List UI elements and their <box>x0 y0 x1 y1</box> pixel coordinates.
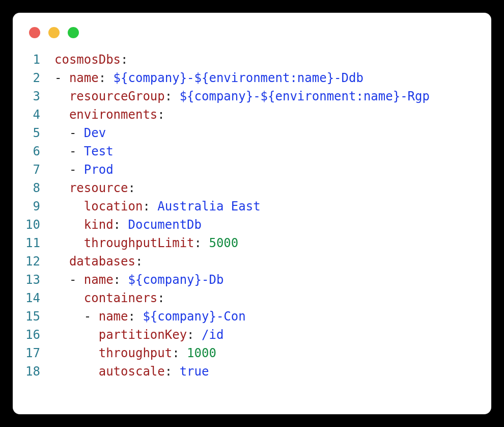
token-num: 1000 <box>187 346 216 360</box>
code-line: 18 autoscale: true <box>13 362 491 381</box>
token-punct: : <box>128 181 135 195</box>
code-line: 17 throughput: 1000 <box>13 344 491 362</box>
code-line: 12 databases: <box>13 252 491 271</box>
code-line: 3 resourceGroup: ${company}-${environmen… <box>13 87 491 105</box>
token-punct: : <box>157 291 164 305</box>
line-number: 9 <box>13 197 54 216</box>
code-content: - Dev <box>54 124 491 142</box>
token-key: throughputLimit <box>84 236 194 250</box>
token-key: environments <box>69 108 157 122</box>
code-area[interactable]: 1cosmosDbs:2- name: ${company}-${environ… <box>13 46 491 393</box>
code-content: - Prod <box>54 161 491 179</box>
token-key: resource <box>69 181 128 195</box>
code-line: 9 location: Australia East <box>13 197 491 216</box>
code-line: 6 - Test <box>13 142 491 161</box>
code-window: 1cosmosDbs:2- name: ${company}-${environ… <box>13 13 491 414</box>
code-content: throughputLimit: 5000 <box>54 234 491 252</box>
token-str: Prod <box>84 163 114 177</box>
line-number: 5 <box>13 124 54 142</box>
token-plain <box>54 236 84 250</box>
token-key: resourceGroup <box>69 89 165 103</box>
code-content: partitionKey: /id <box>54 326 491 344</box>
token-plain <box>54 254 69 269</box>
line-number: 2 <box>13 69 54 87</box>
token-key: cosmosDbs <box>54 52 121 67</box>
line-number: 14 <box>13 289 54 307</box>
code-line: 1cosmosDbs: <box>13 50 491 69</box>
token-plain <box>54 328 99 342</box>
token-plain <box>54 181 69 195</box>
code-line: 5 - Dev <box>13 124 491 142</box>
code-line: 10 kind: DocumentDb <box>13 216 491 234</box>
token-num: 5000 <box>209 236 238 250</box>
line-number: 7 <box>13 161 54 179</box>
code-line: 16 partitionKey: /id <box>13 326 491 344</box>
token-plain <box>54 108 69 122</box>
token-punct: : <box>143 199 157 214</box>
token-punct: : <box>187 328 202 342</box>
token-punct: : <box>114 273 128 287</box>
close-icon[interactable] <box>29 27 40 38</box>
token-punct: : <box>165 364 180 379</box>
token-key: databases <box>69 254 135 269</box>
code-content: throughput: 1000 <box>54 344 491 362</box>
token-key: kind <box>84 218 114 232</box>
line-number: 18 <box>13 362 54 381</box>
token-punct: : <box>114 218 128 232</box>
line-number: 11 <box>13 234 54 252</box>
token-plain <box>54 199 84 214</box>
code-content: - name: ${company}-Db <box>54 271 491 289</box>
token-plain <box>54 89 69 103</box>
line-number: 13 <box>13 271 54 289</box>
line-number: 6 <box>13 142 54 161</box>
line-number: 10 <box>13 216 54 234</box>
code-content: location: Australia East <box>54 197 491 216</box>
line-number: 4 <box>13 105 54 124</box>
maximize-icon[interactable] <box>68 27 79 38</box>
code-content: - Test <box>54 142 491 161</box>
window-titlebar <box>13 13 491 46</box>
token-bool: true <box>180 364 209 379</box>
line-number: 3 <box>13 87 54 105</box>
token-punct: : <box>128 309 143 324</box>
line-number: 15 <box>13 307 54 326</box>
token-punct: : <box>172 346 187 360</box>
token-key: name <box>84 273 114 287</box>
code-line: 15 - name: ${company}-Con <box>13 307 491 326</box>
token-str: Test <box>84 144 114 158</box>
token-key: name <box>99 309 128 324</box>
token-str: ${company}-${environment:name}-Rgp <box>180 89 430 103</box>
token-plain: - <box>54 273 84 287</box>
token-plain: - <box>54 309 99 324</box>
token-str: ${company}-${environment:name}-Ddb <box>114 71 363 85</box>
token-plain: - <box>54 144 84 158</box>
minimize-icon[interactable] <box>48 27 60 38</box>
code-line: 8 resource: <box>13 179 491 197</box>
token-plain <box>54 291 84 305</box>
token-punct: : <box>165 89 180 103</box>
code-line: 13 - name: ${company}-Db <box>13 271 491 289</box>
token-key: autoscale <box>99 364 165 379</box>
token-plain <box>54 364 99 379</box>
token-key: location <box>84 199 143 214</box>
code-line: 4 environments: <box>13 105 491 124</box>
code-content: databases: <box>54 252 491 271</box>
code-content: resource: <box>54 179 491 197</box>
code-content: kind: DocumentDb <box>54 216 491 234</box>
code-line: 7 - Prod <box>13 161 491 179</box>
line-number: 1 <box>13 50 54 69</box>
token-plain <box>54 346 99 360</box>
code-content: - name: ${company}-Con <box>54 307 491 326</box>
token-str: ${company}-Con <box>143 309 245 324</box>
token-key: partitionKey <box>99 328 187 342</box>
code-line: 11 throughputLimit: 5000 <box>13 234 491 252</box>
token-key: throughput <box>99 346 173 360</box>
line-number: 12 <box>13 252 54 271</box>
token-plain: - <box>54 163 84 177</box>
token-str: /id <box>202 328 223 342</box>
code-content: cosmosDbs: <box>54 50 491 69</box>
code-content: environments: <box>54 105 491 124</box>
token-str: Australia East <box>157 199 260 214</box>
code-content: autoscale: true <box>54 362 491 381</box>
line-number: 17 <box>13 344 54 362</box>
